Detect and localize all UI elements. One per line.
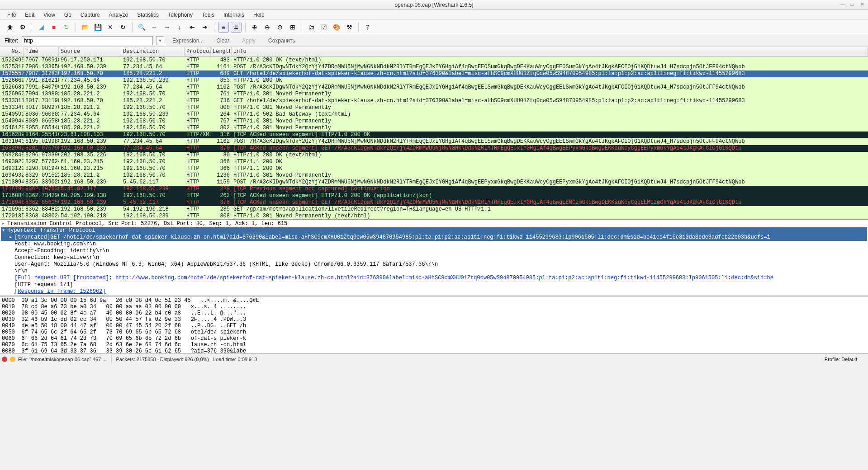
auto-scroll-icon[interactable]: ⇊: [231, 22, 242, 33]
column-destination[interactable]: Destination: [121, 47, 185, 56]
menu-tools[interactable]: Tools: [197, 10, 219, 19]
packet-row[interactable]: 16162898164.35541623.61.108.103192.168.5…: [0, 132, 868, 138]
menu-telephony[interactable]: Telephony: [163, 10, 197, 19]
resize-columns-icon[interactable]: ⊞: [287, 22, 298, 33]
display-filters-icon[interactable]: ☑: [318, 22, 329, 33]
packet-row[interactable]: 16329028201.075798192.168.50.23977.234.4…: [0, 145, 868, 152]
packet-row[interactable]: 15269627994.139802185.28.221.2192.168.50…: [0, 91, 868, 98]
help-icon[interactable]: ?: [362, 22, 373, 33]
hex-line[interactable]: 0080 3f 61 69 64 3d 33 37 36 33 39 30 26…: [2, 348, 866, 353]
detail-request-num[interactable]: [HTTP request 1/1]: [1, 282, 867, 288]
filter-input[interactable]: [22, 36, 153, 45]
detail-accept-encoding[interactable]: Accept-Encoding: identity\r\n: [1, 248, 867, 254]
go-last-icon[interactable]: ⇥: [199, 22, 210, 33]
hex-line[interactable]: 0040 de e5 50 18 00 44 47 af 00 00 47 45…: [2, 323, 866, 329]
packet-row[interactable]: 15266817991.840790192.168.50.23977.234.4…: [0, 84, 868, 91]
filter-apply-button[interactable]: Apply: [237, 38, 260, 44]
detail-host[interactable]: Host: www.booking.com\r\n: [1, 241, 867, 248]
hex-dump[interactable]: 0000 00 a1 3c 00 00 00 15 6d 9a 26 c0 08…: [0, 296, 868, 353]
go-jump-icon[interactable]: ↓: [174, 22, 185, 33]
menu-view[interactable]: View: [39, 10, 60, 19]
capture-comment-icon[interactable]: [10, 357, 15, 362]
column-info[interactable]: Info: [232, 47, 868, 56]
menu-help[interactable]: Help: [249, 10, 269, 19]
filter-save-button[interactable]: Сохранить: [264, 38, 300, 44]
interfaces-icon[interactable]: ◉: [5, 22, 15, 33]
packet-row[interactable]: 17168848362.73429660.205.109.138192.168.…: [0, 193, 868, 199]
capture-filters-icon[interactable]: 🗂: [306, 22, 317, 33]
menu-analyze[interactable]: Analyze: [104, 10, 133, 19]
reload-icon[interactable]: ↻: [118, 22, 128, 33]
go-back-icon[interactable]: ←: [149, 22, 160, 33]
detail-full-uri[interactable]: [Full request URI [truncated]: http://ww…: [1, 275, 867, 282]
packet-row[interactable]: 15255577987.312830192.168.50.70185.28.22…: [0, 70, 868, 77]
go-first-icon[interactable]: ⇤: [187, 22, 198, 33]
packet-row[interactable]: 16931208298.08194661.160.23.215192.168.5…: [0, 165, 868, 172]
packet-row[interactable]: 15405908036.96060277.234.45.64192.168.50…: [0, 111, 868, 118]
close-button[interactable]: ✕: [859, 1, 865, 7]
menu-edit[interactable]: Edit: [20, 10, 39, 19]
packet-row[interactable]: 17169488362.856150192.168.50.2395.45.62.…: [0, 199, 868, 206]
packet-row[interactable]: 15333118017.731198192.168.50.70185.28.22…: [0, 98, 868, 104]
detail-connection[interactable]: Connection: keep-alive\r\n: [1, 254, 867, 261]
packet-row[interactable]: 17130948356.339028192.168.50.2395.45.62.…: [0, 179, 868, 186]
detail-crlf[interactable]: \r\n: [1, 268, 867, 275]
packet-row[interactable]: 15409448039.066580185.28.221.2192.168.50…: [0, 118, 868, 125]
close-file-icon[interactable]: ✕: [105, 22, 116, 33]
hex-line[interactable]: 0070 6c 61 75 73 65 2e 7a 68 2d 63 6e 2e…: [2, 342, 866, 348]
start-capture-icon[interactable]: ◢: [36, 22, 47, 33]
detail-tcp[interactable]: ▸Transmission Control Protocol, Src Port…: [1, 221, 867, 227]
status-profile[interactable]: Profile: Default: [825, 357, 866, 362]
packet-row[interactable]: 16930208297.57762461.160.23.215192.168.5…: [0, 159, 868, 165]
preferences-icon[interactable]: ⚒: [344, 22, 355, 33]
find-icon[interactable]: 🔍: [136, 22, 147, 33]
packet-row[interactable]: 16928498296.973396202.108.35.226192.168.…: [0, 152, 868, 159]
hex-line[interactable]: 0000 00 a1 3c 00 00 00 15 6d 9a 26 c0 08…: [2, 297, 866, 304]
zoom-out-icon[interactable]: ⊖: [262, 22, 273, 33]
stop-capture-icon[interactable]: ■: [48, 22, 59, 33]
menu-go[interactable]: Go: [60, 10, 76, 19]
menu-internals[interactable]: Internals: [219, 10, 249, 19]
column-source[interactable]: Source: [59, 47, 121, 56]
expert-info-icon[interactable]: [2, 357, 7, 362]
menu-statistics[interactable]: Statistics: [133, 10, 163, 19]
restart-capture-icon[interactable]: ↻: [61, 22, 72, 33]
filter-dropdown-icon[interactable]: ▼: [156, 36, 164, 45]
column-time[interactable]: Time: [24, 47, 59, 56]
go-forward-icon[interactable]: →: [161, 22, 172, 33]
filter-clear-button[interactable]: Clear: [212, 38, 234, 44]
save-file-icon[interactable]: 💾: [92, 22, 103, 33]
column-length[interactable]: Length: [211, 47, 232, 56]
packet-row[interactable]: 15253187986.133650192.168.50.23977.234.4…: [0, 64, 868, 70]
packet-row[interactable]: 16310438195.019988192.168.50.23977.234.4…: [0, 138, 868, 145]
packet-details[interactable]: ▸Transmission Control Protocol, Src Port…: [0, 220, 868, 296]
options-icon[interactable]: ⚙: [17, 22, 28, 33]
packet-row[interactable]: 17169698362.884822192.168.50.23954.192.1…: [0, 206, 868, 213]
packet-list-body[interactable]: 15224997967.76091896.17.250.171192.168.5…: [0, 57, 868, 220]
packet-row[interactable]: 17201858368.48802454.192.190.218192.168.…: [0, 213, 868, 220]
hex-line[interactable]: 0030 32 46 b9 1c dd 02 cc 34 00 50 44 57…: [2, 316, 866, 323]
menu-capture[interactable]: Capture: [76, 10, 104, 19]
minimize-button[interactable]: —: [839, 1, 845, 7]
zoom-in-icon[interactable]: ⊕: [249, 22, 260, 33]
open-file-icon[interactable]: 📂: [80, 22, 90, 33]
hex-line[interactable]: 0060 6f 66 2d 64 61 74 2d 73 70 69 65 6b…: [2, 335, 866, 342]
detail-request-line[interactable]: ▸[truncated]GET /hotel/de/spiekerhof-dat…: [1, 234, 867, 241]
maximize-button[interactable]: □: [849, 1, 855, 7]
zoom-reset-icon[interactable]: ⊜: [275, 22, 285, 33]
detail-response-frame[interactable]: [Response in frame: 1526962]: [1, 288, 867, 295]
colorize-icon[interactable]: ≡: [218, 22, 229, 33]
packet-row[interactable]: 15461288055.655448185.28.221.2192.168.50…: [0, 125, 868, 132]
packet-row[interactable]: 15333488017.989270185.28.221.2192.168.50…: [0, 104, 868, 111]
packet-row[interactable]: 16949328329.091522185.28.221.2192.168.50…: [0, 172, 868, 179]
column-no[interactable]: No.: [0, 47, 24, 56]
packet-row[interactable]: 17167938362.4076385.45.62.117192.168.50.…: [0, 186, 868, 193]
detail-user-agent[interactable]: User-Agent: Mozilla/5.0 (Windows NT 6.3;…: [1, 261, 867, 268]
coloring-rules-icon[interactable]: 🎨: [331, 22, 342, 33]
detail-http[interactable]: ▾Hypertext Transfer Protocol: [1, 227, 867, 234]
hex-line[interactable]: 0050 6f 74 65 6c 2f 64 65 2f 73 70 69 65…: [2, 329, 866, 335]
menu-file[interactable]: File: [3, 10, 20, 19]
filter-expression-button[interactable]: Expression...: [168, 38, 208, 44]
packet-row[interactable]: 15266697991.81621877.234.45.64192.168.50…: [0, 77, 868, 84]
hex-line[interactable]: 0010 78 cd 8e a6 73 be a0 34 00 00 aa aa…: [2, 304, 866, 310]
